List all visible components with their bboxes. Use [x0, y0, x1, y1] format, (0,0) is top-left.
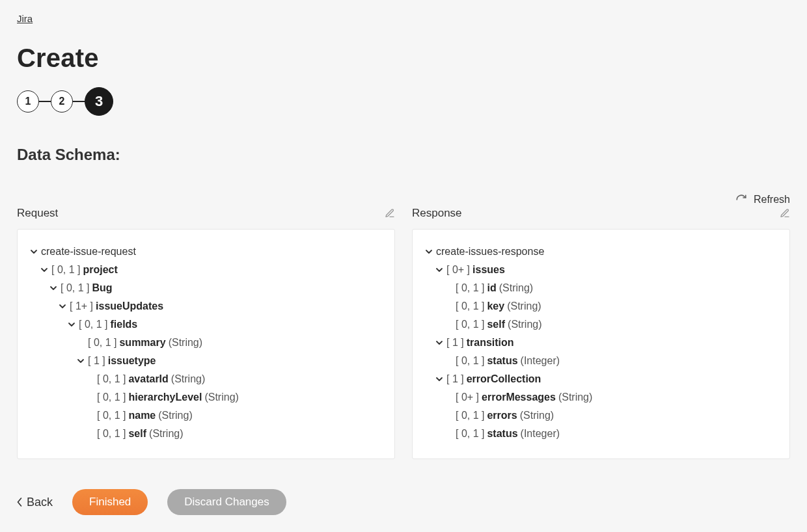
field-name: Bug [92, 282, 112, 294]
request-tree-row: [ 0, 1 ] hierarchyLevel (String) [29, 388, 383, 406]
chevron-down-icon[interactable] [49, 284, 58, 293]
request-tree-row: [ 0, 1 ] avatarId (String) [29, 370, 383, 388]
field-name: fields [110, 319, 137, 330]
field-name: hierarchyLevel [128, 392, 202, 403]
chevron-down-icon[interactable] [76, 356, 85, 366]
field-name: create-issues-response [436, 246, 544, 258]
field-name: status [487, 355, 517, 367]
request-column-label: Request [17, 207, 58, 220]
field-type: (String) [508, 319, 541, 330]
field-name: id [487, 282, 496, 294]
response-tree-row: [ 0, 1 ] id (String) [424, 279, 778, 297]
field-name: issues [472, 264, 505, 276]
step-2[interactable]: 2 [51, 90, 73, 113]
response-column-label: Response [412, 207, 462, 220]
request-tree-row: [ 0, 1 ] Bug [29, 279, 383, 297]
field-type: (String) [158, 410, 192, 421]
field-type: (String) [204, 392, 238, 403]
response-tree-row: [ 0, 1 ] key (String) [424, 297, 778, 315]
field-type: (String) [169, 337, 202, 349]
cardinality-label: [ 0, 1 ] [456, 319, 484, 330]
step-connector [73, 101, 85, 102]
field-type: (Integer) [521, 355, 560, 367]
field-type: (String) [558, 392, 592, 403]
stepper: 123 [17, 87, 790, 116]
response-tree-row: [ 1 ] transition [424, 334, 778, 352]
request-tree-row: [ 0, 1 ] project [29, 261, 383, 279]
cardinality-label: [ 0, 1 ] [51, 264, 80, 276]
cardinality-label: [ 1 ] [446, 373, 464, 385]
cardinality-label: [ 0, 1 ] [456, 410, 484, 421]
discard-changes-button[interactable]: Discard Changes [167, 489, 286, 515]
cardinality-label: [ 0+ ] [456, 392, 479, 403]
request-tree-row: [ 1+ ] issueUpdates [29, 297, 383, 315]
field-type: (String) [171, 373, 205, 385]
response-tree-row: [ 0+ ] errorMessages (String) [424, 388, 778, 406]
breadcrumb-link[interactable]: Jira [17, 13, 33, 24]
field-name: name [128, 410, 156, 421]
field-type: (String) [507, 300, 541, 312]
response-tree-row: [ 0, 1 ] status (Integer) [424, 352, 778, 370]
section-title: Data Schema: [17, 146, 790, 164]
chevron-down-icon[interactable] [435, 265, 444, 274]
field-name: self [128, 428, 146, 440]
field-name: errors [487, 410, 517, 421]
step-connector [39, 101, 51, 102]
request-tree-row: [ 0, 1 ] summary (String) [29, 334, 383, 352]
cardinality-label: [ 0, 1 ] [88, 337, 116, 349]
edit-response-icon[interactable] [780, 208, 790, 219]
refresh-label: Refresh [754, 194, 790, 206]
chevron-down-icon[interactable] [58, 302, 67, 311]
step-3[interactable]: 3 [85, 87, 113, 116]
response-tree-row: create-issues-response [424, 243, 778, 261]
chevron-down-icon[interactable] [424, 247, 433, 256]
field-type: (String) [520, 410, 554, 421]
cardinality-label: [ 0, 1 ] [97, 428, 126, 440]
chevron-down-icon[interactable] [40, 265, 49, 274]
field-name: issuetype [108, 355, 156, 367]
field-name: status [487, 428, 517, 440]
cardinality-label: [ 0, 1 ] [97, 410, 126, 421]
request-tree-row: [ 0, 1 ] name (String) [29, 406, 383, 425]
field-name: errorMessages [482, 392, 556, 403]
field-type: (String) [149, 428, 183, 440]
field-name: avatarId [128, 373, 168, 385]
cardinality-label: [ 0, 1 ] [97, 373, 126, 385]
chevron-down-icon[interactable] [435, 338, 444, 347]
refresh-button[interactable]: Refresh [735, 194, 790, 206]
field-type: (Integer) [521, 428, 560, 440]
response-tree-row: [ 0, 1 ] status (Integer) [424, 425, 778, 443]
refresh-icon [735, 194, 747, 206]
request-tree-row: [ 0, 1 ] self (String) [29, 425, 383, 443]
chevron-down-icon[interactable] [435, 375, 444, 384]
chevron-down-icon[interactable] [67, 320, 76, 329]
field-name: create-issue-request [41, 246, 136, 258]
cardinality-label: [ 0, 1 ] [79, 319, 107, 330]
step-1[interactable]: 1 [17, 90, 39, 113]
response-tree-row: [ 0+ ] issues [424, 261, 778, 279]
cardinality-label: [ 0, 1 ] [61, 282, 89, 294]
field-name: issueUpdates [96, 300, 163, 312]
cardinality-label: [ 1 ] [446, 337, 464, 349]
field-name: project [83, 264, 117, 276]
request-tree-row: create-issue-request [29, 243, 383, 261]
edit-request-icon[interactable] [385, 208, 395, 219]
field-name: key [487, 300, 504, 312]
back-label: Back [27, 496, 53, 509]
page-title: Create [17, 44, 790, 73]
cardinality-label: [ 1+ ] [70, 300, 93, 312]
cardinality-label: [ 0, 1 ] [456, 282, 484, 294]
response-schema-panel: create-issues-response[ 0+ ] issues[ 0, … [412, 229, 790, 459]
cardinality-label: [ 0, 1 ] [97, 392, 126, 403]
cardinality-label: [ 0, 1 ] [456, 428, 484, 440]
request-schema-panel: create-issue-request[ 0, 1 ] project[ 0,… [17, 229, 395, 459]
cardinality-label: [ 0, 1 ] [456, 355, 484, 367]
chevron-left-icon [17, 498, 23, 507]
chevron-down-icon[interactable] [29, 247, 38, 256]
back-button[interactable]: Back [17, 496, 53, 509]
field-type: (String) [499, 282, 533, 294]
cardinality-label: [ 0+ ] [446, 264, 470, 276]
finished-button[interactable]: Finished [72, 489, 148, 515]
request-tree-row: [ 1 ] issuetype [29, 352, 383, 370]
cardinality-label: [ 1 ] [88, 355, 105, 367]
